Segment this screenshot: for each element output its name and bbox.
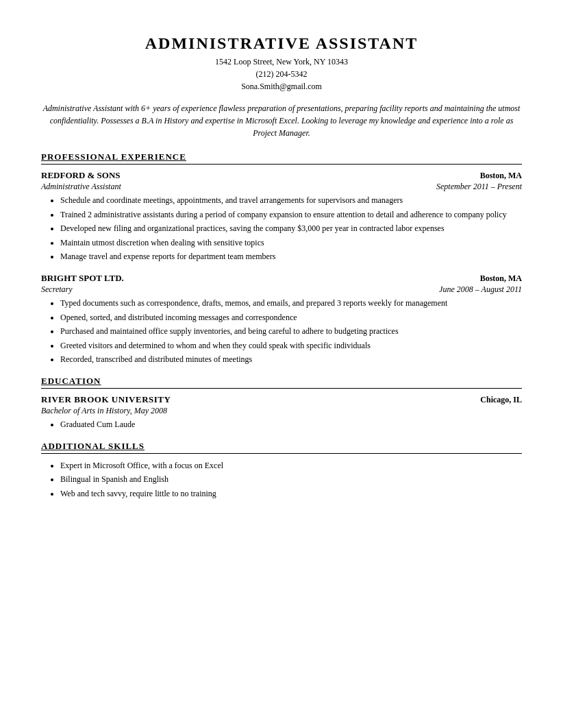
resume-summary: Administrative Assistant with 6+ years o… <box>41 102 522 139</box>
job-redford-title: Administrative Assistant <box>41 182 121 192</box>
list-item: Typed documents such as correspondence, … <box>60 297 522 310</box>
resume-phone: (212) 204-5342 <box>41 68 522 80</box>
edu-school-name: RIVER BROOK UNIVERSITY <box>41 394 171 405</box>
education-section: EDUCATION RIVER BROOK UNIVERSITY Chicago… <box>41 376 522 431</box>
job-brightspot-location: Boston, MA <box>480 274 522 284</box>
job-brightspot-title-row: Secretary June 2008 – August 2011 <box>41 284 522 295</box>
list-item: Greeted visitors and determined to whom … <box>60 339 522 352</box>
professional-experience-title: PROFESSIONAL EXPERIENCE <box>41 151 522 165</box>
skills-section: ADDITIONAL SKILLS Expert in Microsoft Of… <box>41 441 522 500</box>
edu-school-location: Chicago, IL <box>480 395 522 405</box>
list-item: Manage travel and expense reports for de… <box>60 250 522 263</box>
resume-address: 1542 Loop Street, New York, NY 10343 <box>41 56 522 68</box>
education-title: EDUCATION <box>41 376 522 389</box>
list-item: Opened, sorted, and distributed incoming… <box>60 311 522 324</box>
edu-degree: Bachelor of Arts in History, May 2008 <box>41 406 522 416</box>
list-item: Purchased and maintained office supply i… <box>60 325 522 338</box>
list-item: Graduated Cum Laude <box>60 418 522 431</box>
resume-header: ADMINISTRATIVE ASSISTANT 1542 Loop Stree… <box>41 34 522 93</box>
list-item: Schedule and coordinate meetings, appoin… <box>60 194 522 207</box>
list-item: Trained 2 administrative assistants duri… <box>60 208 522 221</box>
job-brightspot-header: BRIGHT SPOT LTD. Boston, MA <box>41 273 522 284</box>
skills-title: ADDITIONAL SKILLS <box>41 441 522 454</box>
job-brightspot-dates: June 2008 – August 2011 <box>439 284 522 295</box>
resume-email: Sona.Smith@gmail.com <box>41 80 522 93</box>
resume-title: ADMINISTRATIVE ASSISTANT <box>41 34 522 53</box>
list-item: Developed new filing and organizational … <box>60 222 522 235</box>
edu-riverbrook: RIVER BROOK UNIVERSITY Chicago, IL Bache… <box>41 394 522 431</box>
list-item: Expert in Microsoft Office, with a focus… <box>60 459 522 472</box>
job-redford-bullets: Schedule and coordinate meetings, appoin… <box>60 194 522 263</box>
professional-experience-section: PROFESSIONAL EXPERIENCE REDFORD & SONS B… <box>41 151 522 366</box>
edu-riverbrook-header: RIVER BROOK UNIVERSITY Chicago, IL <box>41 394 522 405</box>
list-item: Recorded, transcribed and distributed mi… <box>60 353 522 366</box>
resume-page: ADMINISTRATIVE ASSISTANT 1542 Loop Stree… <box>0 0 563 728</box>
job-brightspot-company: BRIGHT SPOT LTD. <box>41 273 124 284</box>
job-redford-header: REDFORD & SONS Boston, MA <box>41 170 522 181</box>
list-item: Bilingual in Spanish and English <box>60 473 522 486</box>
job-redford-location: Boston, MA <box>480 171 522 181</box>
edu-bullets: Graduated Cum Laude <box>60 418 522 431</box>
job-brightspot-bullets: Typed documents such as correspondence, … <box>60 297 522 366</box>
job-redford-company: REDFORD & SONS <box>41 170 121 181</box>
list-item: Maintain utmost discretion when dealing … <box>60 236 522 250</box>
list-item: Web and tech savvy, require little to no… <box>60 487 522 500</box>
job-brightspot-title: Secretary <box>41 284 73 295</box>
skills-bullets: Expert in Microsoft Office, with a focus… <box>60 459 522 500</box>
job-redford-dates: September 2011 – Present <box>436 182 522 192</box>
job-redford: REDFORD & SONS Boston, MA Administrative… <box>41 170 522 263</box>
job-redford-title-row: Administrative Assistant September 2011 … <box>41 182 522 192</box>
job-brightspot: BRIGHT SPOT LTD. Boston, MA Secretary Ju… <box>41 273 522 366</box>
